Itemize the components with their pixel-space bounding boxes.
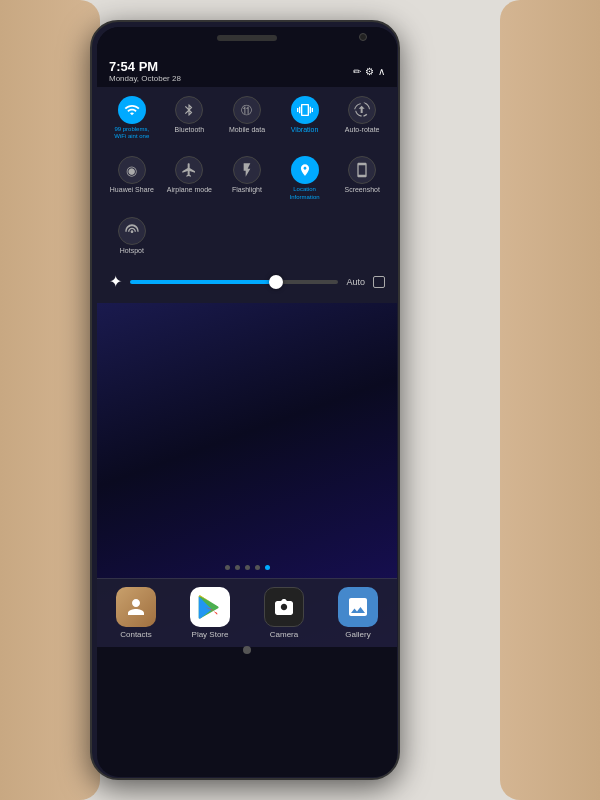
brightness-icon: ✦ (109, 272, 122, 291)
tile-auto-rotate[interactable]: Auto-rotate (335, 91, 389, 145)
auto-rotate-label: Auto-rotate (345, 126, 380, 134)
dock-gallery[interactable]: Gallery (323, 587, 393, 639)
airplane-mode-label: Airplane mode (167, 186, 212, 194)
wifi-label: 99 problems,WiFi aint one (114, 126, 149, 140)
tiles-row2: ◉ Huawei Share Airplane mode (105, 151, 389, 205)
hotspot-icon (118, 217, 146, 245)
home-screen: Contacts Play Store (97, 303, 397, 653)
airplane-mode-icon (175, 156, 203, 184)
mobile-data-icon: ⑪ (233, 96, 261, 124)
phone-body: 7:54 PM Monday, October 28 ✏ ⚙ ∧ (90, 20, 400, 780)
edit-status-icon[interactable]: ✏ (353, 66, 361, 77)
settings-status-icon[interactable]: ⚙ (365, 66, 374, 77)
dock-play-store[interactable]: Play Store (175, 587, 245, 639)
page-dot-1[interactable] (225, 565, 230, 570)
phone-screen: 7:54 PM Monday, October 28 ✏ ⚙ ∧ (97, 27, 397, 777)
time-date: 7:54 PM Monday, October 28 (109, 59, 181, 83)
auto-checkbox[interactable] (373, 276, 385, 288)
auto-label: Auto (346, 277, 365, 287)
hand-left (0, 0, 100, 800)
home-bar (97, 647, 397, 653)
gallery-label: Gallery (345, 630, 370, 639)
date: Monday, October 28 (109, 74, 181, 83)
flashlight-icon (233, 156, 261, 184)
brightness-row: ✦ Auto (105, 268, 389, 295)
contacts-label: Contacts (120, 630, 152, 639)
status-bar: 7:54 PM Monday, October 28 ✏ ⚙ ∧ (97, 55, 397, 87)
page-dot-2[interactable] (235, 565, 240, 570)
tile-huawei-share[interactable]: ◉ Huawei Share (105, 151, 159, 205)
dock: Contacts Play Store (97, 578, 397, 647)
tile-location[interactable]: LocationInformation (278, 151, 332, 205)
wifi-icon (118, 96, 146, 124)
time: 7:54 PM (109, 59, 181, 74)
brightness-thumb[interactable] (269, 275, 283, 289)
tile-screenshot[interactable]: Screenshot (335, 151, 389, 205)
vibration-icon (291, 96, 319, 124)
contacts-icon (116, 587, 156, 627)
play-store-label: Play Store (192, 630, 229, 639)
tile-vibration[interactable]: Vibration (278, 91, 332, 145)
tile-bluetooth[interactable]: Bluetooth (163, 91, 217, 145)
huawei-share-label: Huawei Share (110, 186, 154, 194)
location-label: LocationInformation (290, 186, 320, 200)
collapse-status-icon[interactable]: ∧ (378, 66, 385, 77)
camera-icon (264, 587, 304, 627)
tile-mobile-data[interactable]: ⑪ Mobile data (220, 91, 274, 145)
flashlight-label: Flashlight (232, 186, 262, 194)
speaker (217, 35, 277, 41)
auto-rotate-icon (348, 96, 376, 124)
tile-airplane-mode[interactable]: Airplane mode (163, 151, 217, 205)
page-dot-3[interactable] (245, 565, 250, 570)
front-camera (359, 33, 367, 41)
vibration-label: Vibration (291, 126, 319, 134)
tile-wifi[interactable]: 99 problems,WiFi aint one (105, 91, 159, 145)
gallery-icon (338, 587, 378, 627)
bluetooth-icon (175, 96, 203, 124)
bluetooth-label: Bluetooth (175, 126, 205, 134)
screenshot-label: Screenshot (344, 186, 379, 194)
page-dots (97, 557, 397, 578)
hand-right (500, 0, 600, 800)
screenshot-icon (348, 156, 376, 184)
top-bar (97, 27, 397, 55)
page-dot-5[interactable] (265, 565, 270, 570)
dock-camera[interactable]: Camera (249, 587, 319, 639)
tile-flashlight[interactable]: Flashlight (220, 151, 274, 205)
hotspot-label: Hotspot (120, 247, 144, 255)
dock-contacts[interactable]: Contacts (101, 587, 171, 639)
mobile-data-label: Mobile data (229, 126, 265, 134)
location-icon (291, 156, 319, 184)
tiles-row3: Hotspot (105, 212, 389, 260)
brightness-slider[interactable] (130, 280, 338, 284)
camera-label: Camera (270, 630, 298, 639)
tiles-row1: 99 problems,WiFi aint one Bluetooth ⑪ Mo… (105, 91, 389, 145)
play-store-icon (190, 587, 230, 627)
status-icons: ✏ ⚙ ∧ (353, 66, 385, 77)
tile-hotspot[interactable]: Hotspot (105, 212, 159, 260)
quick-settings-panel: 99 problems,WiFi aint one Bluetooth ⑪ Mo… (97, 87, 397, 303)
home-indicator[interactable] (243, 646, 251, 654)
page-dot-4[interactable] (255, 565, 260, 570)
huawei-share-icon: ◉ (118, 156, 146, 184)
